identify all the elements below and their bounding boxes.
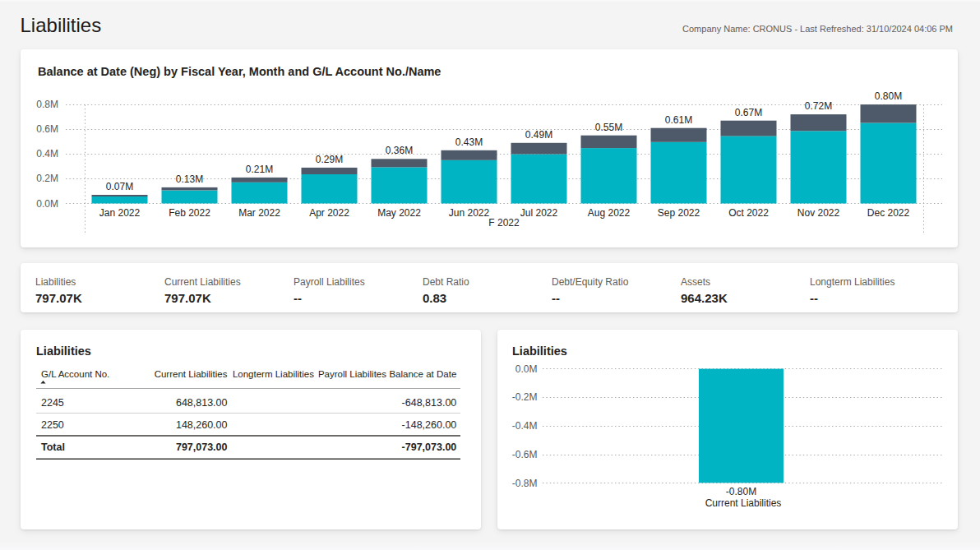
- svg-text:G/L Account No.: G/L Account No.: [41, 369, 109, 379]
- svg-text:Mar 2022: Mar 2022: [238, 207, 280, 219]
- svg-text:Oct 2022: Oct 2022: [728, 207, 769, 219]
- svg-text:0.29M: 0.29M: [316, 154, 343, 165]
- svg-text:0.49M: 0.49M: [525, 129, 552, 141]
- svg-text:-648,813.00: -648,813.00: [402, 397, 457, 409]
- svg-text:2245: 2245: [41, 397, 64, 409]
- svg-text:2250: 2250: [41, 419, 64, 431]
- svg-text:0.21M: 0.21M: [246, 164, 273, 175]
- svg-text:Sep 2022: Sep 2022: [658, 207, 700, 219]
- svg-text:-797,073.00: -797,073.00: [402, 441, 457, 453]
- svg-text:-0.2M: -0.2M: [512, 391, 538, 403]
- svg-text:Feb 2022: Feb 2022: [169, 207, 210, 219]
- svg-text:-0.6M: -0.6M: [512, 449, 538, 460]
- svg-text:Apr 2022: Apr 2022: [309, 207, 349, 219]
- svg-text:0.0M: 0.0M: [515, 363, 538, 375]
- svg-text:0.80M: 0.80M: [875, 90, 902, 102]
- svg-text:Balance at Date: Balance at Date: [389, 369, 456, 379]
- svg-text:148,260.00: 148,260.00: [176, 419, 228, 431]
- svg-text:0.07M: 0.07M: [106, 181, 133, 192]
- svg-text:0.0M: 0.0M: [36, 198, 58, 210]
- svg-text:0.55M: 0.55M: [595, 122, 622, 133]
- svg-text:0.61M: 0.61M: [665, 114, 692, 126]
- svg-text:Longterm Liabilities: Longterm Liabilities: [233, 369, 314, 379]
- svg-text:Aug 2022: Aug 2022: [588, 207, 631, 219]
- svg-text:-0.4M: -0.4M: [512, 420, 538, 432]
- svg-text:0.2M: 0.2M: [36, 173, 58, 184]
- svg-text:0.6M: 0.6M: [36, 123, 58, 135]
- svg-text:0.8M: 0.8M: [36, 99, 58, 110]
- svg-text:Payroll Liabilites: Payroll Liabilites: [318, 369, 386, 379]
- svg-text:Dec 2022: Dec 2022: [867, 207, 910, 219]
- svg-text:797,073.00: 797,073.00: [176, 441, 228, 453]
- svg-text:0.13M: 0.13M: [176, 173, 203, 185]
- svg-text:0.67M: 0.67M: [735, 107, 762, 118]
- svg-text:-0.80M: -0.80M: [726, 486, 756, 497]
- svg-text:-0.8M: -0.8M: [512, 478, 538, 489]
- svg-text:May 2022: May 2022: [377, 207, 421, 219]
- svg-text:F 2022: F 2022: [488, 217, 520, 229]
- svg-text:Jun 2022: Jun 2022: [449, 207, 490, 219]
- svg-text:0.4M: 0.4M: [36, 148, 58, 159]
- svg-text:-148,260.00: -148,260.00: [402, 419, 457, 431]
- svg-text:Current Liabilities: Current Liabilities: [155, 369, 228, 379]
- svg-text:Jul 2022: Jul 2022: [520, 207, 558, 219]
- svg-text:Nov 2022: Nov 2022: [797, 207, 840, 219]
- svg-text:0.72M: 0.72M: [805, 100, 832, 112]
- svg-text:Jan 2022: Jan 2022: [99, 207, 141, 219]
- svg-text:0.36M: 0.36M: [386, 145, 413, 156]
- svg-text:Current Liabilities: Current Liabilities: [705, 497, 782, 509]
- svg-text:Total: Total: [41, 441, 65, 453]
- svg-text:648,813.00: 648,813.00: [176, 397, 228, 409]
- svg-text:0.43M: 0.43M: [455, 136, 483, 148]
